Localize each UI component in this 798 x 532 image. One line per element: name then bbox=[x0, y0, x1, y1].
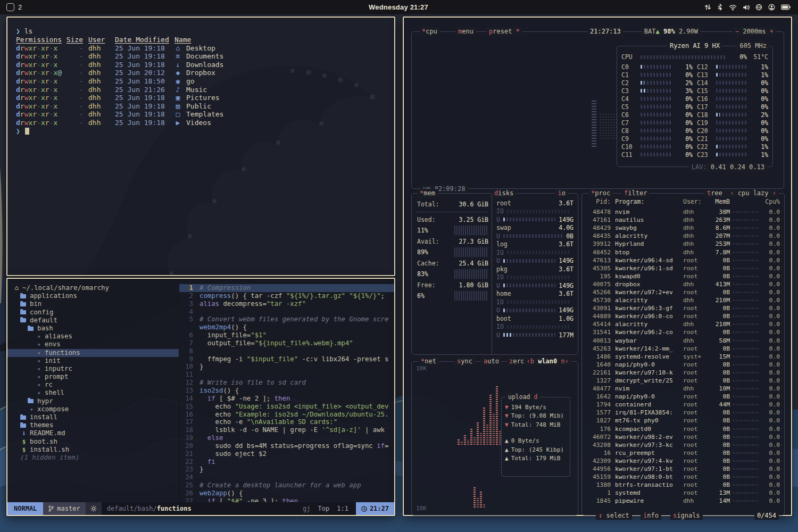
battery-icon[interactable] bbox=[781, 4, 791, 10]
bluetooth-icon[interactable] bbox=[717, 4, 723, 11]
tree-item-aliases[interactable]: ∗aliases bbox=[7, 332, 179, 340]
process-row-kworker-u97-1-bt[interactable]: 44956kworker/u97:1-btroot0B0.0 bbox=[586, 465, 780, 473]
tree-item-envs[interactable]: ∗envs bbox=[7, 340, 179, 348]
process-row-kcompactd0[interactable]: 176kcompactd0root0B0.0 bbox=[586, 425, 780, 433]
disk-used-meter: U149G bbox=[496, 281, 573, 290]
process-row-napi-phy0-0[interactable]: 1642napi/phy0-0root0B0.0 bbox=[586, 393, 780, 401]
cpu-panel: *cpu menu preset * 21:27:13 BAT▲ 98% 2.9… bbox=[411, 31, 784, 189]
tree-item-themes[interactable]: themes bbox=[7, 421, 179, 429]
process-row-rcu-preempt[interactable]: 16rcu_preemptroot0B0.0 bbox=[586, 449, 780, 457]
tab-cpu[interactable]: *cpu bbox=[419, 27, 440, 36]
process-row-nautilus[interactable]: 47161nautilusdhh263M0.0 bbox=[586, 216, 780, 224]
updown-arrows-icon[interactable] bbox=[704, 4, 711, 11]
process-row-kworker-u97-3-kc[interactable]: 43208kworker/u97:3-kcroot0B0.0 bbox=[586, 441, 780, 449]
tree-item-prompt[interactable]: ∗prompt bbox=[7, 373, 179, 381]
git-branch[interactable]: master bbox=[43, 502, 85, 515]
tab-proc[interactable]: *proc bbox=[588, 189, 613, 197]
process-row-kswapd0[interactable]: 195kswapd0root0B0.0 bbox=[586, 272, 780, 280]
process-row-nvim[interactable]: 48477nvimdhh10M0.0 bbox=[586, 385, 780, 393]
prompt-symbol: ❯ bbox=[16, 127, 20, 135]
disk-io-meter: IO bbox=[496, 207, 573, 216]
network-globe-icon[interactable] bbox=[755, 4, 762, 11]
tree-item-rc[interactable]: ∗rc bbox=[7, 381, 179, 389]
tree-item-boot-sh[interactable]: $boot.sh bbox=[7, 438, 179, 446]
load-average: LAV: 0.41 0.24 0.13 bbox=[689, 163, 767, 171]
folder-icon bbox=[20, 310, 26, 314]
interface-switcher[interactable]: ‹b wlan0 n› bbox=[523, 357, 571, 365]
git-branch-icon bbox=[48, 505, 54, 512]
tab-menu[interactable]: menu bbox=[455, 27, 476, 36]
process-row-irq-81-pixa3854[interactable]: 1577irq/81-PIXA3854:root0B0.0 bbox=[586, 409, 780, 417]
tree-item-local-share-omarchy[interactable]: ⌂~/.local/share/omarchy bbox=[7, 284, 179, 292]
proc-view-options[interactable]: tree ‹ cpu lazy › bbox=[704, 189, 779, 197]
tab-sync[interactable]: sync bbox=[454, 357, 475, 365]
process-row-waybar[interactable]: 40013waybardhh58M0.0 bbox=[586, 337, 780, 345]
process-row-mt76-tx-phy0[interactable]: 1827mt76-tx phy0root0B0.0 bbox=[586, 417, 780, 425]
tab-net[interactable]: *net bbox=[418, 357, 439, 365]
tree-item-xcompose[interactable]: ∗xcompose bbox=[7, 405, 179, 413]
file-tree: ⌂~/.local/share/omarchyapplicationsbinco… bbox=[7, 279, 179, 502]
gear-icon[interactable] bbox=[86, 502, 102, 515]
tree-item-config[interactable]: config bbox=[7, 309, 179, 317]
proc-signals-action[interactable]: signals bbox=[670, 511, 703, 520]
tree-item-init[interactable]: ∗init bbox=[7, 357, 179, 365]
process-row-systemd[interactable]: 1systemdroot13M0.0 bbox=[586, 489, 780, 497]
process-row-alacritty[interactable]: 45414alacrittydhh210M0.0 bbox=[586, 320, 780, 328]
proc-select-action[interactable]: ↕ select bbox=[596, 511, 632, 520]
tree-item-functions[interactable]: ∗functions bbox=[7, 349, 179, 357]
process-row-btop[interactable]: 48452btopdhh7.8M0.0 bbox=[586, 248, 780, 256]
tree-item-applications[interactable]: applications bbox=[7, 292, 179, 300]
process-row-kworker-u96-3-gf[interactable]: 43091kworker/u96:3-gfroot0B0.0 bbox=[586, 304, 780, 312]
tree-item-inputrc[interactable]: ∗inputrc bbox=[7, 365, 179, 373]
process-row-kworker-u97-10-k[interactable]: 22161kworker/u97:10-kroot0B0.0 bbox=[586, 369, 780, 377]
process-row-kworker-14-2-mm[interactable]: 45263kworker/14:2-mm_root0B0.0 bbox=[586, 345, 780, 353]
tree-item-shell[interactable]: ∗shell bbox=[7, 389, 179, 397]
process-row-systemd-resolve[interactable]: 1486systemd-resolvesyst+15M0.0 bbox=[586, 353, 780, 361]
tree-item-install[interactable]: install bbox=[7, 413, 179, 421]
process-row-kworker-u98-2-ev[interactable]: 46072kworker/u98:2-evroot0B0.0 bbox=[586, 433, 780, 441]
net-stats-box: upload d ▼194 Byte/s▼Top: (9.08 Mib)▼Tot… bbox=[501, 397, 570, 477]
workspace-indicator[interactable]: 2 bbox=[0, 3, 123, 11]
tab-preset[interactable]: preset * bbox=[486, 27, 522, 36]
process-row-napi-phy0-0[interactable]: 1640napi/phy0-0root0B0.0 bbox=[586, 361, 780, 369]
folder-open-icon bbox=[20, 318, 26, 322]
tree-item-1-hidden-item[interactable]: (1 hidden item) bbox=[7, 454, 179, 462]
tree-item-readme-md[interactable]: ℹREADME.md bbox=[7, 429, 179, 437]
wifi-icon[interactable] bbox=[729, 4, 737, 11]
volume-icon[interactable] bbox=[743, 4, 750, 11]
process-row-nvim[interactable]: 48478nvimdhh38M0.0 bbox=[586, 208, 780, 216]
user-account-icon[interactable] bbox=[768, 4, 775, 11]
cpu-graph-decoration bbox=[592, 100, 596, 147]
process-row-alacritty[interactable]: 48435alacrittydhh207M0.0 bbox=[586, 232, 780, 240]
process-row-kworker-u96-2-co[interactable]: 31541kworker/u96:2-coroot0B0.0 bbox=[586, 328, 780, 336]
tree-item-bin[interactable]: bin bbox=[7, 300, 179, 308]
refresh-interval-control[interactable]: − 2000ms + bbox=[733, 27, 776, 36]
disk-used-meter: U0B bbox=[496, 232, 573, 240]
process-row-kworker-u96-1-sd[interactable]: 45305kworker/u96:1-sdroot0B0.0 bbox=[586, 264, 780, 272]
tab-mem[interactable]: *mem bbox=[417, 189, 438, 197]
editor-pane[interactable]: 1# Compression2compress() { tar -czf "${… bbox=[179, 279, 394, 502]
process-row-pipewire[interactable]: 1845pipewiredhh14M0.0 bbox=[586, 497, 780, 505]
process-row-kworker-u98-0-bt[interactable]: 45159kworker/u98:0-btroot0B0.0 bbox=[586, 473, 780, 481]
tab-filter[interactable]: filter bbox=[621, 189, 650, 197]
process-row-kworker-u97-4-kv[interactable]: 42309kworker/u97:4-kvroot0B0.0 bbox=[586, 457, 780, 465]
proc-info-action[interactable]: info bbox=[641, 511, 661, 520]
tree-item-hypr[interactable]: hypr bbox=[7, 397, 179, 405]
process-row-alacritty[interactable]: 45730alacrittydhh210M0.0 bbox=[586, 296, 780, 304]
process-row-kworker-u96-0-co[interactable]: 44889kworker/u96:0-coroot0B0.0 bbox=[586, 312, 780, 320]
process-row-dmcrypt-write-25[interactable]: 1327dmcrypt_write/25root0B0.0 bbox=[586, 377, 780, 385]
process-row-containerd[interactable]: 1794containerdroot44M0.0 bbox=[586, 401, 780, 409]
process-row-dropbox[interactable]: 40075dropboxdhh413M0.0 bbox=[586, 280, 780, 288]
ls-column-header: Size bbox=[66, 36, 83, 44]
process-row-btrfs-transactio[interactable]: 1380btrfs-transactioroot0B0.0 bbox=[586, 481, 780, 489]
tree-item-bash[interactable]: bash bbox=[7, 325, 179, 332]
tree-item-install-sh[interactable]: $install.sh bbox=[7, 446, 179, 454]
tree-item-default[interactable]: default bbox=[7, 317, 179, 325]
mem-meter: 83% bbox=[417, 267, 488, 281]
process-row-kworker-u97-2-ev[interactable]: 45266kworker/u97:2+evroot0B0.0 bbox=[586, 288, 780, 296]
tab-auto[interactable]: auto bbox=[481, 357, 502, 365]
process-row-kworker-u96-4-sd[interactable]: 47613kworker/u96:4-sdroot0B0.0 bbox=[586, 256, 780, 264]
process-row-hyprland[interactable]: 39912Hyprlanddhh253M0.0 bbox=[586, 240, 780, 248]
net-stats-title[interactable]: upload d bbox=[506, 393, 539, 401]
process-row-swaybg[interactable]: 48429swaybgdhh8.6M0.0 bbox=[586, 224, 780, 232]
